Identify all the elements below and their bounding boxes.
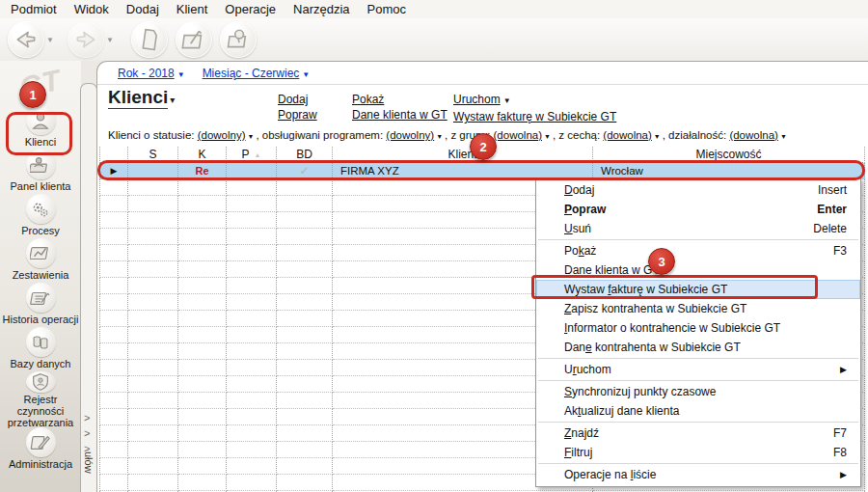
empty-cell <box>178 409 227 425</box>
menu-item-usuń[interactable]: UsuńDelete <box>536 219 860 238</box>
empty-cell <box>178 458 227 475</box>
column-header-K[interactable]: K <box>178 147 227 163</box>
column-header-BD[interactable]: BD <box>277 147 333 163</box>
column-header-S[interactable]: S <box>128 147 178 163</box>
month-filter-link[interactable]: Miesiąc - Czerwiec▼ <box>203 67 311 80</box>
chevron-down-icon[interactable]: ▼ <box>106 36 114 44</box>
empty-cell <box>227 212 277 229</box>
sidebar-item-panel-klienta[interactable]: Panel klienta <box>0 150 81 192</box>
empty-cell <box>128 475 178 491</box>
action-link-dodaj[interactable]: Dodaj <box>278 92 317 107</box>
empty-cell <box>99 343 128 360</box>
empty-cell <box>128 393 178 409</box>
sidebar-item-label: Panel klienta <box>11 180 71 192</box>
column-header-label: P <box>242 148 250 161</box>
filter-dropdown-link[interactable]: (dowolny) <box>198 129 246 141</box>
menu-item-filtruj[interactable]: FiltrujF8 <box>536 443 860 462</box>
menu-item-label: Aktualizuj dane klienta <box>564 404 847 418</box>
column-header-P[interactable]: P▲ <box>227 147 277 163</box>
action-link-pokaż[interactable]: Pokaż <box>352 92 448 107</box>
expand-chevron-icon[interactable]: > <box>84 412 90 424</box>
empty-cell <box>227 376 277 393</box>
new-document-button[interactable] <box>131 21 168 58</box>
menubar-item-operacje[interactable]: Operacje <box>216 1 285 17</box>
menubar-item-dodaj[interactable]: Dodaj <box>118 1 168 17</box>
empty-cell <box>178 196 227 212</box>
menu-item-znajdź[interactable]: ZnajdźF7 <box>536 424 860 443</box>
chevron-down-icon: ▼ <box>544 133 553 140</box>
column-header-label: S <box>149 148 156 161</box>
menu-item-label: Zapisz kontrahenta w Subiekcie GT <box>564 302 847 315</box>
menu-item-label: Dodaj <box>564 183 818 197</box>
menubar-item-widok[interactable]: Widok <box>66 1 118 17</box>
back-button[interactable] <box>8 21 44 58</box>
menubar-item-narzędzia[interactable]: Narzędzia <box>285 1 359 17</box>
sidebar-item-label: Zestawienia <box>13 269 69 281</box>
action-link-dane-klienta-w-gt[interactable]: Dane klienta w GT <box>352 107 448 123</box>
empty-cell <box>277 360 333 376</box>
empty-cell <box>277 458 333 475</box>
sidebar-item-procesy[interactable]: Procesy <box>0 194 81 236</box>
empty-cell <box>227 442 277 458</box>
action-link-uruchom[interactable]: Uruchom▼ <box>453 92 616 109</box>
year-filter-link[interactable]: Rok - 2018▼ <box>118 67 185 80</box>
menubar-item-podmiot[interactable]: Podmiot <box>2 1 66 17</box>
empty-cell <box>99 261 128 278</box>
menubar-item-pomoc[interactable]: Pomoc <box>359 1 415 17</box>
menu-item-dodaj[interactable]: DodajInsert <box>536 180 860 200</box>
empty-cell <box>128 245 178 261</box>
menu-item-label: Pokaż <box>564 244 833 258</box>
chevron-down-icon[interactable]: ▼ <box>46 36 54 44</box>
sidebar-item-rejestr-czynno-ci-przetwarzania[interactable]: Rejestr czynności przetwarzania <box>0 371 81 425</box>
sidebar-item-zestawienia[interactable]: Zestawienia <box>0 238 81 281</box>
menu-item-uruchom[interactable]: Uruchom▶ <box>536 360 860 379</box>
menu-item-dane-kontrahenta-w-subiekcie-gt[interactable]: Dane kontrahenta w Subiekcie GT <box>536 338 860 357</box>
filter-dropdown-link[interactable]: (dowolny) <box>386 129 434 141</box>
menu-item-wystaw-fakturę-w-subiekcie-gt[interactable]: Wystaw fakturę w Subiekcie GT <box>536 280 860 299</box>
processes-icon <box>26 194 56 224</box>
sidebar-item-administracja[interactable]: Administracja <box>0 427 81 470</box>
empty-cell <box>99 475 128 491</box>
empty-cell <box>128 212 178 229</box>
menu-item-synchronizuj-punkty-czasowe[interactable]: Synchronizuj punkty czasowe <box>536 382 860 401</box>
menu-item-operacje-na-liście[interactable]: Operacje na liście▶ <box>536 465 860 484</box>
collapsed-panel-strip[interactable]: >>>ułów <box>80 83 97 492</box>
filter-dropdown-link[interactable]: (dowolna) <box>494 129 543 141</box>
expand-chevron-icon[interactable]: > <box>84 427 90 439</box>
menubar-item-klient[interactable]: Klient <box>168 1 217 17</box>
empty-cell <box>178 327 227 343</box>
page-title[interactable]: Klienci▾ <box>108 87 175 108</box>
menu-item-popraw[interactable]: PoprawEnter <box>536 200 860 219</box>
column-header-Klient[interactable]: Klient <box>333 147 593 163</box>
menu-item-pokaż[interactable]: PokażF3 <box>536 241 860 260</box>
menu-item-zapisz-kontrahenta-w-subiekcie-gt[interactable]: Zapisz kontrahenta w Subiekcie GT <box>536 299 860 318</box>
menu-item-aktualizuj-dane-klienta[interactable]: Aktualizuj dane klienta <box>536 401 860 421</box>
empty-cell <box>178 294 227 311</box>
empty-cell <box>227 278 277 294</box>
menu-separator-line <box>538 358 858 359</box>
menu-item-shortcut: Delete <box>813 222 847 235</box>
empty-cell <box>178 376 227 393</box>
column-header-Miejscowość[interactable]: Miejscowość <box>593 147 865 163</box>
action-link-wystaw-fakturę-w-subiekcie-gt[interactable]: Wystaw fakturę w Subiekcie GT <box>453 109 616 124</box>
menu-separator-line <box>538 463 858 464</box>
menu-item-dane-klienta-w-gt[interactable]: Dane klienta w GT <box>536 260 860 280</box>
column-header-selector[interactable] <box>99 147 128 163</box>
menu-item-label: Dane kontrahenta w Subiekcie GT <box>564 341 847 354</box>
empty-cell <box>99 294 128 311</box>
action-link-popraw[interactable]: Popraw <box>278 107 317 123</box>
edit-document-button[interactable] <box>176 21 212 58</box>
empty-cell <box>99 425 128 442</box>
empty-cell <box>227 343 277 360</box>
menu-item-informator-o-kontrahencie-w-subiekcie-gt[interactable]: Informator o kontrahencie w Subiekcie GT <box>536 318 860 338</box>
stamp-icon <box>226 27 251 52</box>
filter-dropdown-link[interactable]: (dowolna) <box>603 129 652 141</box>
empty-cell <box>99 196 128 212</box>
stamp-button[interactable] <box>220 21 257 58</box>
sidebar-item-historia-operacji[interactable]: Historia operacji <box>0 283 81 325</box>
table-cell: Re <box>178 163 227 179</box>
filter-dropdown-link[interactable]: (dowolna) <box>729 129 778 141</box>
status-flag: Re <box>195 165 208 177</box>
sidebar-item-bazy-danych[interactable]: Bazy danych <box>0 327 81 369</box>
sidebar-item-klienci[interactable]: Klienci <box>0 105 81 148</box>
